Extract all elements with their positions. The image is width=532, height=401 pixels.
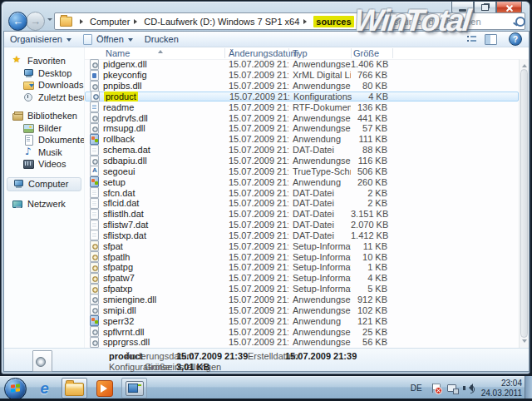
file-row-pidgenx-dll[interactable]: pidgenx.dll15.07.2009 21:39Anwendungserw… [85,59,519,70]
taskbar-utility-app[interactable] [121,378,147,399]
preview-pane-icon[interactable] [485,34,497,45]
language-indicator[interactable]: DE [411,384,422,393]
system-tray: DE 23:04 24.03.2011 [411,377,522,399]
explorer-folder-icon [65,383,84,396]
file-size: 766 KB [351,70,391,80]
taskbar-explorer[interactable] [62,378,87,399]
column-header-type[interactable]: Typ [293,47,308,59]
column-header-name[interactable]: Name [106,47,130,59]
file-name: sfpat [85,240,224,251]
file-row-pnpibs-dll[interactable]: pnpibs.dll15.07.2009 21:39Anwendungserwe… [85,81,519,92]
file-row-sfpatlh[interactable]: sfpatlh15.07.2009 21:39Setup-Informatio.… [85,251,519,262]
file-row-sflistxp-dat[interactable]: sflistxp.dat15.07.2009 21:39DAT-Datei1.4… [85,230,519,241]
sidebar-item-downloads[interactable]: Downloads [4,79,84,92]
navigation-pane: FavoritenDesktopDownloadsZuletzt besucht… [4,47,85,348]
start-button[interactable] [4,378,27,400]
scroll-up-icon[interactable] [522,62,527,67]
open-button[interactable]: Öffnen [77,32,139,47]
refresh-icon[interactable] [380,16,385,27]
file-row-readme[interactable]: readme15.07.2009 21:39RTF-Dokument136 KB [85,101,519,112]
file-row-sflistlh-dat[interactable]: sflistlh.dat15.07.2009 21:39DAT-Datei3.1… [85,209,519,220]
file-size: 4 KB [352,92,392,101]
sidebar-item-desktop[interactable]: Desktop [4,67,84,80]
dll-file-icon [90,337,99,348]
file-type: Anwendungserwe... [288,59,351,69]
file-size: 10 KB [351,252,391,262]
file-size: 11 KB [351,241,391,251]
file-row-sfcn-dat[interactable]: sfcn.dat15.07.2009 21:39DAT-Datei2 KB [85,187,519,198]
sidebar-item-bilder[interactable]: Bilder [4,122,84,135]
file-row-product[interactable]: product15.07.2009 21:39Konfigurationsein… [85,92,519,102]
action-center-icon[interactable] [431,383,441,394]
print-button[interactable]: Drucken [139,32,185,47]
breadcrumb-item-sources[interactable]: sources [313,16,353,27]
column-header-size[interactable]: Größe [353,47,379,59]
file-row-schema-dat[interactable]: schema.dat15.07.2009 21:39DAT-Datei88 KB [85,145,519,156]
file-row-sdbapiu-dll[interactable]: sdbapiu.dll15.07.2009 21:39Anwendungserw… [85,156,519,166]
scroll-down-icon[interactable] [522,339,527,345]
file-date: 15.07.2009 21:39 [224,145,288,155]
search-box[interactable] [390,12,525,30]
file-row-sfpatxp[interactable]: sfpatxp15.07.2009 21:39Setup-Informatio.… [85,284,519,295]
file-date: 15.07.2009 21:39 [224,134,288,144]
sidebar-item-zuletzt-besucht[interactable]: Zuletzt besucht [4,92,84,104]
vertical-scrollbar[interactable] [519,59,529,348]
file-row-rmsupg-dll[interactable]: rmsupg.dll15.07.2009 21:39Anwendungserwe… [85,123,519,134]
file-row-smiengine-dll[interactable]: smiengine.dll15.07.2009 21:39Anwendungse… [85,295,519,305]
file-name: schema.dat [85,145,224,156]
file-row-segoeui[interactable]: segoeui15.07.2009 21:39TrueType-Schrifta… [85,166,519,176]
inf-file-icon [90,240,99,251]
search-icon[interactable] [515,17,525,27]
forward-arrow-icon: → [30,15,41,27]
file-type: Anwendungserwe... [288,113,351,123]
file-size: 116 KB [351,156,391,166]
file-type: Setup-Informatio... [288,252,351,262]
network-icon[interactable] [446,383,457,394]
dll-file-icon [90,156,99,166]
volume-icon[interactable] [462,383,473,394]
help-icon[interactable]: ? [509,32,522,46]
recent-pages-chevron-icon[interactable] [47,18,52,23]
back-button[interactable]: ← [8,12,27,31]
sidebar-item-computer[interactable]: Computer [7,177,81,191]
sidebar-item-videos[interactable]: Videos [4,158,84,171]
breadcrumb-item-computer[interactable]: Computer [90,17,130,27]
address-bar[interactable]: Computer CD-Laufwerk (D:) Windows 7 SP1 … [54,12,385,30]
rtf-file-icon [90,101,99,112]
file-row-sflcid-dat[interactable]: sflcid.dat15.07.2009 21:39DAT-Datei2 KB [85,198,519,209]
search-input[interactable] [391,17,515,27]
forward-button[interactable]: → [26,12,45,31]
file-row-setup[interactable]: setup15.07.2009 21:39Anwendung260 KB [85,176,519,187]
breadcrumb-item-drive[interactable]: CD-Laufwerk (D:) Windows 7 SP1 x64 [144,17,299,27]
pictures-icon [23,123,34,133]
file-row-sfpatw7[interactable]: sfpatw715.07.2009 21:39Setup-Informatio.… [85,273,519,284]
change-view-icon[interactable] [467,35,476,44]
file-row-spflvrnt-dll[interactable]: spflvrnt.dll15.07.2009 21:39Anwendungser… [85,326,519,337]
sidebar-item-netzwerk[interactable]: Netzwerk [4,198,84,210]
organize-button[interactable]: Organisieren [4,32,77,47]
file-row-sperr32[interactable]: sperr3215.07.2009 21:39Anwendung121 KB [85,315,519,326]
taskbar-media-player[interactable] [91,378,117,399]
sidebar-item-favoriten[interactable]: Favoriten [4,55,84,67]
sidebar-item-musik[interactable]: Musik [4,146,84,159]
file-row-spprgrss-dll[interactable]: spprgrss.dll15.07.2009 21:39Anwendungser… [85,337,519,348]
window-content: Organisieren Öffnen Drucken ? FavoritenD… [3,31,530,372]
address-dropdown-icon[interactable] [372,19,377,25]
file-row-pkeyconfig[interactable]: pkeyconfig15.07.2009 21:39XrML Digital L… [85,70,519,81]
scrollbar-thumb[interactable] [520,69,528,338]
clock[interactable]: 23:04 24.03.2011 [481,379,522,399]
file-row-smipi-dll[interactable]: smipi.dll15.07.2009 21:39Anwendungserwe.… [85,304,519,315]
sidebar-item-dokumente[interactable]: Dokumente [4,134,84,146]
file-row-sfpat[interactable]: sfpat15.07.2009 21:39Setup-Informatio...… [85,240,519,251]
file-row-repdrvfs-dll[interactable]: repdrvfs.dll15.07.2009 21:39Anwendungser… [85,112,519,123]
clock-date: 24.03.2011 [481,389,522,398]
file-row-sflistw7-dat[interactable]: sflistw7.dat15.07.2009 21:39DAT-Datei2.0… [85,220,519,230]
file-size: 111 KB [351,134,391,144]
taskbar-internet-explorer[interactable]: e [32,378,57,399]
command-bar: Organisieren Öffnen Drucken ? [4,32,529,47]
file-row-rollback[interactable]: rollback15.07.2009 21:39Anwendung111 KB [85,134,519,145]
sidebar-item-bibliotheken[interactable]: Bibliotheken [4,110,84,122]
show-desktop-button[interactable] [525,376,532,399]
file-row-sfpatpg[interactable]: sfpatpg15.07.2009 21:39Setup-Informatio.… [85,262,519,273]
recent-icon [23,92,34,102]
